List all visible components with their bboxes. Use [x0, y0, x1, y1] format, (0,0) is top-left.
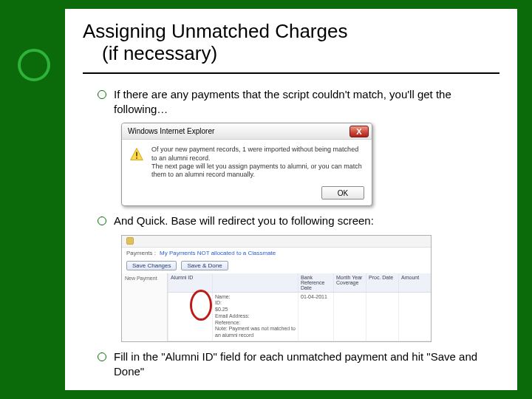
cell-bank: 01-04-2011	[298, 293, 333, 341]
bullet-marker	[98, 216, 106, 225]
dialog-titlebar: Windows Internet Explorer X	[122, 123, 372, 140]
qb-actions: Save Changes Save & Done	[122, 259, 431, 273]
ok-label: OK	[338, 189, 348, 197]
bullet-marker	[98, 352, 106, 361]
save-done-label: Save & Done	[187, 262, 222, 269]
col-bank: Bank Reference Date	[298, 273, 333, 292]
ie-alert-dialog: Windows Internet Explorer X Of your new …	[121, 123, 372, 206]
quickbase-report: Payments : My Payments NOT allocated to …	[121, 235, 432, 342]
col-month: Month Year Coverage	[333, 273, 366, 292]
dialog-message: Of your new payment records, 1 were impo…	[151, 146, 364, 179]
bullet-marker	[98, 90, 106, 99]
bullet-2-text: And Quick. Base will redirect you to fol…	[114, 214, 374, 228]
title-line1: Assigning Unmatched Charges	[83, 20, 347, 42]
qb-toolbar	[122, 236, 431, 248]
save-done-button[interactable]: Save & Done	[181, 261, 228, 270]
save-changes-label: Save Changes	[132, 262, 171, 269]
close-button[interactable]: X	[349, 126, 369, 137]
detail-name: Name:	[215, 294, 296, 301]
breadcrumb-report[interactable]: My Payments NOT allocated to a Classmate	[160, 250, 276, 256]
dialog-title: Windows Internet Explorer	[128, 127, 214, 135]
ok-button[interactable]: OK	[321, 186, 364, 200]
annotation-circle	[190, 290, 212, 321]
qb-app-icon	[126, 237, 134, 245]
slide: Assigning Unmatched Charges (if necessar…	[65, 9, 517, 390]
cell-detail: Name: ID: $0.25 Email Address: Reference…	[212, 293, 298, 341]
qb-main: Alumni ID Bank Reference Date Month Year…	[168, 273, 431, 341]
close-icon: X	[356, 127, 361, 136]
bullet-1-text: If there are any payments that the scrip…	[114, 87, 499, 117]
detail-amt: $0.25	[215, 307, 296, 313]
detail-note2: Note: Payment was not matched to an alum…	[215, 326, 296, 339]
bullet-2: And Quick. Base will redirect you to fol…	[98, 214, 499, 228]
detail-note1: Reference:	[215, 320, 296, 327]
save-changes-button[interactable]: Save Changes	[126, 261, 177, 270]
dialog-body: Of your new payment records, 1 were impo…	[122, 140, 372, 183]
dialog-line2: The next page will let you assign paymen…	[151, 163, 364, 180]
title-underline	[83, 72, 499, 74]
detail-id: ID:	[215, 300, 296, 307]
qb-left-label: New Payment	[125, 276, 164, 281]
title-line2: (if necessary)	[83, 43, 499, 65]
bullet-3: Fill in the "Alumni ID" field for each u…	[98, 349, 499, 380]
slide-accent-ring	[18, 49, 50, 81]
slide-title: Assigning Unmatched Charges (if necessar…	[83, 21, 499, 71]
col-amount: Amount	[398, 273, 431, 292]
qb-headers: Alumni ID Bank Reference Date Month Year…	[168, 273, 431, 293]
svg-rect-1	[136, 152, 137, 157]
cell-month	[333, 293, 366, 341]
col-detail	[212, 273, 298, 292]
svg-rect-2	[136, 157, 137, 159]
qb-left-panel: New Payment	[122, 273, 168, 341]
breadcrumb-section: Payments :	[126, 250, 156, 256]
qb-grid: New Payment Alumni ID Bank Reference Dat…	[122, 273, 431, 341]
dialog-footer: OK	[122, 183, 372, 205]
breadcrumb: Payments : My Payments NOT allocated to …	[122, 248, 431, 259]
cell-proc	[366, 293, 398, 341]
warning-icon	[129, 147, 144, 162]
dialog-line1: Of your new payment records, 1 were impo…	[151, 146, 364, 163]
col-alumni-id: Alumni ID	[168, 273, 212, 292]
bullet-3-text: Fill in the "Alumni ID" field for each u…	[114, 349, 499, 380]
bullet-1: If there are any payments that the scrip…	[98, 87, 499, 117]
cell-amount	[398, 293, 431, 341]
detail-email: Email Address:	[215, 313, 296, 320]
col-proc: Proc. Date	[366, 273, 398, 292]
